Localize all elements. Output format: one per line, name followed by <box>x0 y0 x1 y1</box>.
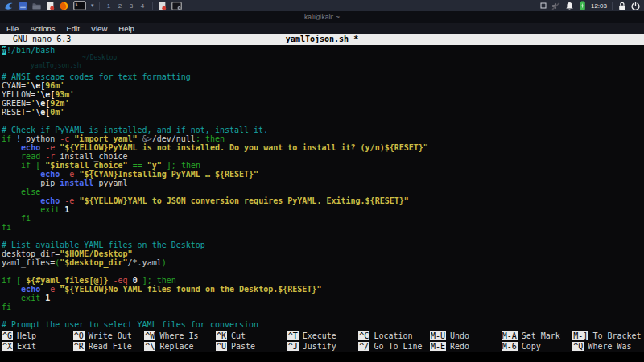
shortcut-execute[interactable]: ^TExecute <box>287 331 359 341</box>
code-line: pip install pyyaml <box>0 179 644 187</box>
code-line: echo -e "${YELLOW}PyYAML is not installe… <box>0 143 644 152</box>
shortcut-replace[interactable]: ^\Replace <box>144 341 216 352</box>
shortcut-label: Help <box>17 331 36 340</box>
screenshot-tool-icon[interactable] <box>158 1 167 10</box>
shortcut-label: Go To Line <box>374 342 422 351</box>
shortcut-key: ^K <box>216 331 227 340</box>
shortcut-justify[interactable]: ^JJustify <box>287 341 359 352</box>
shortcut-key: M-6 <box>502 342 518 351</box>
shortcut-label: To Bracket <box>592 331 641 340</box>
folder-icon[interactable] <box>32 1 41 10</box>
panel-separator <box>152 2 153 10</box>
desktop: $ ▾ 1234 12:0 <box>0 0 644 362</box>
window-title: kali@kali: ~ <box>304 13 340 21</box>
shortcut-column: ^TExecute^JJustify <box>287 331 359 352</box>
menu-edit[interactable]: Edit <box>66 24 79 33</box>
notification-bell-icon[interactable] <box>565 1 574 10</box>
code-line: yaml_files=("$desktop_dir"/*.yaml) <box>0 258 644 267</box>
code-line <box>0 64 644 72</box>
code-line: read -r install_choice <box>0 152 644 161</box>
window-button-icon[interactable] <box>540 1 547 10</box>
shortcut-key: M-E <box>430 342 446 351</box>
shortcut-key: ^T <box>287 331 299 340</box>
terminal-launcher-icon[interactable]: $ <box>73 1 86 10</box>
shortcut-key: M-A <box>502 331 518 340</box>
shortcut-where-was[interactable]: ^QWhere Was <box>572 341 644 352</box>
code-line <box>0 267 644 276</box>
shortcut-to-bracket[interactable]: M-]To Bracket <box>572 331 644 341</box>
shortcut-column: M-UUndoM-ERedo <box>430 331 502 352</box>
audio-muted-icon[interactable] <box>551 1 560 10</box>
text-editor-icon[interactable] <box>46 1 55 10</box>
menu-actions[interactable]: Actions <box>30 24 55 33</box>
code-line: if [ ${#yaml_files[@]} -eq 0 ]; then <box>0 276 644 285</box>
code-line: RESET='\e[0m' <box>0 108 644 117</box>
shortcut-label: Where Is <box>159 331 198 340</box>
code-line: GREEN='\e[92m' <box>0 99 644 108</box>
shortcut-set-mark[interactable]: M-ASet Mark <box>502 331 573 341</box>
shortcut-redo[interactable]: M-ERedo <box>430 341 502 352</box>
shortcut-undo[interactable]: M-UUndo <box>430 331 502 341</box>
battery-icon[interactable] <box>579 1 586 10</box>
shortcut-label: Replace <box>159 342 193 351</box>
menu-view[interactable]: View <box>91 24 107 33</box>
code-line: exit 1 <box>0 294 644 302</box>
workspace-3[interactable]: 3 <box>127 2 136 10</box>
shortcut-go-to-line[interactable]: ^/Go To Line <box>358 341 430 352</box>
shortcut-label: Write Out <box>89 331 132 340</box>
file-manager-icon[interactable] <box>19 1 27 10</box>
workspace-1[interactable]: 1 <box>105 2 114 10</box>
shortcut-column: ^WWhere Is^\Replace <box>144 331 216 352</box>
code-line <box>0 232 644 241</box>
editor-area[interactable]: #!/bin/bash # ANSI escape codes for text… <box>0 45 644 330</box>
shortcut-paste[interactable]: ^UPaste <box>216 341 287 352</box>
shortcut-label: Copy <box>522 342 541 351</box>
code-line: desktop_dir="$HOME/Desktop" <box>0 249 644 258</box>
panel-clock[interactable]: 12:03 <box>591 2 607 10</box>
workspace-switcher[interactable]: 1234 <box>105 2 147 10</box>
code-line: # Check if PyYAML is installed, and if n… <box>0 125 644 134</box>
shortcut-exit[interactable]: ^XExit <box>2 341 73 352</box>
editor-lines: #!/bin/bash # ANSI escape codes for text… <box>0 46 644 329</box>
top-panel: $ ▾ 1234 12:0 <box>0 0 644 11</box>
lock-screen-icon[interactable] <box>617 1 626 10</box>
code-line: echo -e "${CYAN}Installing PyYAML … ${RE… <box>0 170 644 179</box>
shortcut-read-file[interactable]: ^RRead File <box>73 341 145 352</box>
shortcut-column: M-]To Bracket^QWhere Was <box>572 331 644 352</box>
shortcut-key: ^X <box>2 342 13 351</box>
shortcut-key: ^\ <box>144 342 155 351</box>
panel-tray: 12:03 <box>540 0 640 11</box>
panel-separator <box>612 2 613 10</box>
shortcut-location[interactable]: ^CLocation <box>358 331 430 341</box>
shortcut-column: M-ASet MarkM-6Copy <box>502 331 573 352</box>
code-line <box>0 311 644 320</box>
power-icon[interactable] <box>631 1 640 10</box>
shortcut-key: ^G <box>2 331 13 340</box>
workspace-2[interactable]: 2 <box>116 2 125 10</box>
shortcut-write-out[interactable]: ^OWrite Out <box>73 331 145 341</box>
firefox-icon[interactable] <box>60 1 68 10</box>
ghost-text: yamlTojson.sh <box>31 62 81 69</box>
window-titlebar[interactable]: kali@kali: ~ <box>0 11 644 23</box>
kali-menu-icon[interactable] <box>4 1 14 10</box>
menu-help[interactable]: Help <box>118 24 134 33</box>
chevron-down-icon[interactable]: ▾ <box>91 2 94 9</box>
code-line: echo -e "${YELLOW}YAML to JSON conversio… <box>0 196 644 205</box>
shortcut-label: Justify <box>303 342 336 351</box>
terminal-settings-icon[interactable] <box>171 1 182 10</box>
shortcut-bar: ^GHelp^XExit^OWrite Out^RRead File^WWher… <box>0 330 644 352</box>
panel-launchers: $ ▾ 1234 <box>4 0 182 11</box>
code-line: # ANSI escape codes for text formatting <box>0 72 644 81</box>
workspace-4[interactable]: 4 <box>138 2 147 10</box>
code-line: YELLOW='\e[93m' <box>0 90 644 99</box>
shortcut-column: ^GHelp^XExit <box>2 331 73 352</box>
menu-file[interactable]: File <box>6 24 19 33</box>
shortcut-label: Location <box>374 331 412 340</box>
shortcut-key: M-] <box>572 331 588 340</box>
shortcut-copy[interactable]: M-6Copy <box>502 341 573 352</box>
shortcut-where-is[interactable]: ^WWhere Is <box>144 331 216 341</box>
shortcut-help[interactable]: ^GHelp <box>2 331 73 341</box>
shortcut-key: ^Q <box>572 342 584 351</box>
shortcut-cut[interactable]: ^KCut <box>216 331 287 341</box>
code-line: echo -e "${YELLOW}No YAML files found on… <box>0 285 644 294</box>
